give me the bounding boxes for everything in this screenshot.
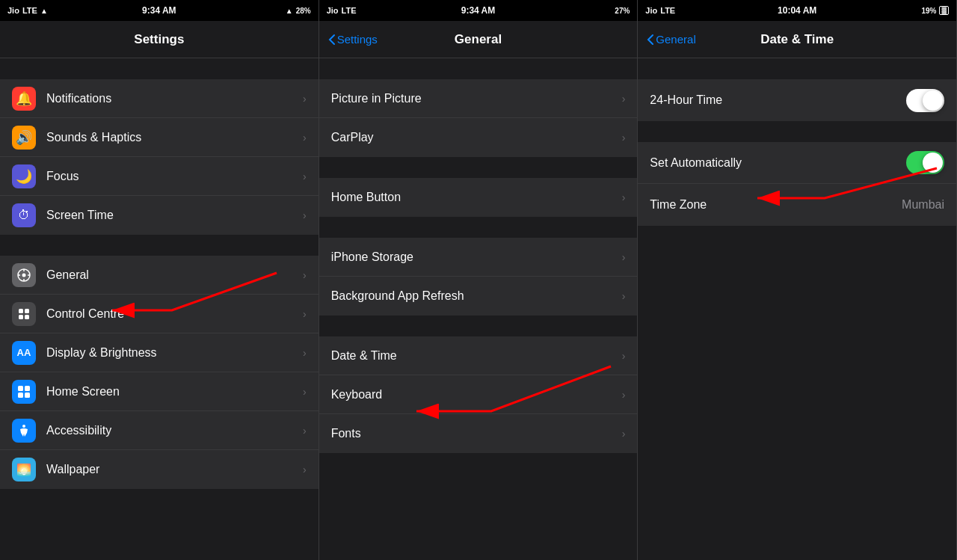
item-screentime[interactable]: ⏱ Screen Time › (0, 196, 319, 235)
focus-label: Focus (46, 170, 303, 183)
timezone-value: Mumbai (902, 198, 944, 212)
status-bar-2: Jio LTE 9:34 AM 27% (319, 0, 638, 21)
general-panel: Jio LTE 9:34 AM 27% Settings General Pic… (319, 0, 638, 560)
item-setautomatically[interactable]: Set Automatically (638, 142, 956, 184)
accessibility-label: Accessibility (46, 424, 303, 437)
item-iphonestorage[interactable]: iPhone Storage › (319, 238, 638, 277)
status-right-3: 19% ▓ (921, 6, 949, 15)
wallpaper-icon: 🌅 (12, 458, 36, 481)
dt-group-2: Set Automatically Time Zone Mumbai (638, 142, 956, 226)
fonts-label: Fonts (331, 427, 622, 440)
timezone-label: Time Zone (650, 198, 902, 212)
item-homescreen[interactable]: Home Screen › (0, 372, 319, 411)
chevron-datetime: › (622, 350, 626, 362)
svg-point-14 (22, 425, 25, 428)
general-group-2: Home Button › (319, 178, 638, 217)
screentime-label: Screen Time (46, 209, 303, 222)
display-icon: AA (12, 341, 36, 365)
svg-rect-10 (18, 386, 23, 391)
toggle-knob-24hour (923, 90, 943, 111)
chevron-accessibility: › (303, 425, 307, 437)
chevron-general: › (303, 269, 307, 281)
separator-2 (0, 235, 319, 256)
sep-g1 (319, 58, 638, 79)
separator-1 (0, 58, 319, 79)
wallpaper-label: Wallpaper (46, 463, 303, 476)
item-carplay[interactable]: CarPlay › (319, 118, 638, 157)
sep-g2 (319, 157, 638, 178)
signal-icon-1: ▲ (40, 7, 48, 15)
sep-g4 (319, 316, 638, 336)
controlcentre-label: Control Centre (46, 307, 303, 321)
time-1: 9:34 AM (142, 5, 176, 16)
notifications-icon: 🔔 (12, 87, 36, 111)
item-24hourtime[interactable]: 24-Hour Time (638, 79, 956, 121)
general-group-3: iPhone Storage › Background App Refresh … (319, 238, 638, 316)
chevron-sounds: › (303, 132, 307, 144)
status-left-2: Jio LTE (327, 6, 357, 15)
back-label-2: Settings (337, 33, 378, 46)
datetime-title: Date & Time (760, 32, 834, 47)
iphonestorage-label: iPhone Storage (331, 250, 622, 264)
group-2: General › Control Centre › AA (0, 256, 319, 489)
status-right-1: ▲ 28% (286, 7, 311, 15)
item-general[interactable]: General › (0, 256, 319, 295)
back-to-general[interactable]: General (647, 33, 695, 46)
battery-2: 27% (615, 7, 630, 15)
item-accessibility[interactable]: Accessibility › (0, 411, 319, 450)
item-backgroundrefresh[interactable]: Background App Refresh › (319, 277, 638, 316)
general-group-4: Date & Time › Keyboard › Fonts › (319, 336, 638, 453)
network-3: LTE (660, 6, 675, 15)
chevron-controlcentre: › (303, 308, 307, 320)
pip-label: Picture in Picture (331, 92, 622, 105)
homescreen-icon (12, 380, 36, 404)
separator-3 (0, 489, 319, 510)
item-focus[interactable]: 🌙 Focus › (0, 157, 319, 196)
item-homebutton[interactable]: Home Button › (319, 178, 638, 217)
item-notifications[interactable]: 🔔 Notifications › (0, 79, 319, 118)
chevron-iphonestorage: › (622, 251, 626, 263)
display-label: Display & Brightness (46, 346, 303, 360)
dt-group-1: 24-Hour Time (638, 79, 956, 121)
back-chevron-icon (328, 34, 336, 46)
time-3: 10:04 AM (778, 5, 816, 16)
homebutton-label: Home Button (331, 191, 622, 204)
back-label-3: General (656, 33, 695, 46)
setautomatically-label: Set Automatically (650, 156, 906, 170)
status-left-1: Jio LTE ▲ (7, 6, 48, 15)
sep-dt2 (638, 121, 956, 142)
backgroundrefresh-label: Background App Refresh (331, 289, 622, 303)
item-wallpaper[interactable]: 🌅 Wallpaper › (0, 450, 319, 489)
homescreen-label: Home Screen (46, 385, 303, 399)
24hourtime-label: 24-Hour Time (650, 93, 906, 107)
svg-rect-6 (19, 309, 23, 313)
chevron-keyboard: › (622, 389, 626, 401)
general-group-1: Picture in Picture › CarPlay › (319, 79, 638, 157)
location-icon-1: ▲ (286, 7, 293, 15)
status-left-3: Jio LTE (645, 6, 675, 15)
chevron-screentime: › (303, 209, 307, 221)
item-timezone[interactable]: Time Zone Mumbai (638, 184, 956, 226)
setautomatically-toggle[interactable] (906, 151, 944, 174)
item-controlcentre[interactable]: Control Centre › (0, 295, 319, 333)
item-keyboard[interactable]: Keyboard › (319, 375, 638, 414)
network-2: LTE (342, 6, 357, 15)
settings-title: Settings (134, 32, 184, 47)
chevron-backgroundrefresh: › (622, 290, 626, 302)
battery-1: 28% (296, 7, 311, 15)
svg-rect-8 (19, 315, 23, 319)
item-display[interactable]: AA Display & Brightness › (0, 333, 319, 372)
carrier-2: Jio (327, 6, 339, 15)
item-datetime[interactable]: Date & Time › (319, 336, 638, 375)
svg-rect-9 (25, 315, 29, 319)
24hourtime-toggle[interactable] (906, 89, 944, 112)
item-fonts[interactable]: Fonts › (319, 414, 638, 453)
item-pip[interactable]: Picture in Picture › (319, 79, 638, 118)
sep-g3 (319, 217, 638, 238)
item-sounds[interactable]: 🔊 Sounds & Haptics › (0, 118, 319, 157)
chevron-pip: › (622, 93, 626, 105)
carrier-3: Jio (645, 6, 657, 15)
screentime-icon: ⏱ (12, 203, 36, 227)
back-to-settings[interactable]: Settings (328, 33, 378, 46)
settings-header: Settings (0, 21, 319, 58)
